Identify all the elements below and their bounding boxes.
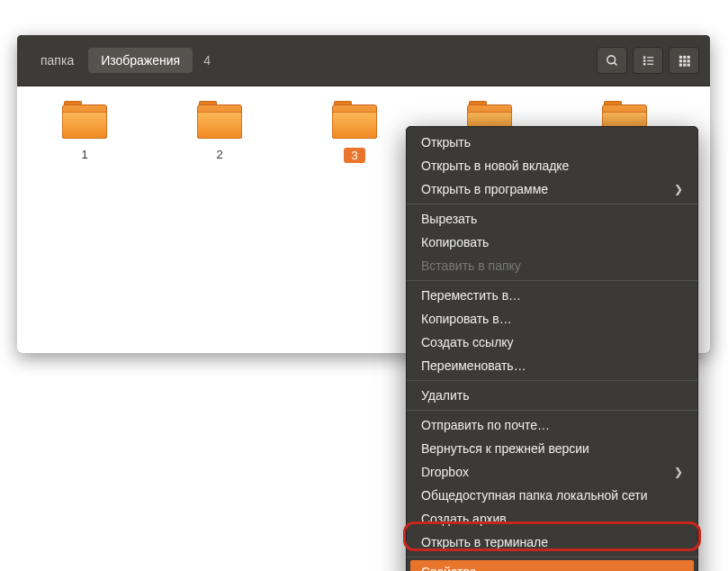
menu-separator xyxy=(407,204,697,204)
list-icon xyxy=(642,54,655,68)
svg-point-0 xyxy=(607,55,615,63)
svg-rect-8 xyxy=(679,55,681,58)
context-menu: Открыть Открыть в новой вкладке Открыть … xyxy=(406,126,698,571)
menu-create-link[interactable]: Создать ссылку xyxy=(407,331,697,354)
svg-rect-5 xyxy=(647,59,653,60)
svg-rect-9 xyxy=(683,55,686,58)
menu-copy[interactable]: Копировать xyxy=(407,231,697,254)
breadcrumb: папка Изображения xyxy=(28,48,194,73)
menu-rename[interactable]: Переименовать… xyxy=(407,354,697,377)
svg-rect-11 xyxy=(679,59,681,62)
menu-open-with[interactable]: Открыть в программе❯ xyxy=(407,177,697,201)
header-actions xyxy=(597,47,699,74)
menu-delete[interactable]: Удалить xyxy=(407,384,697,407)
path-extra: 4 xyxy=(203,53,211,68)
folder-item[interactable]: 1 xyxy=(44,104,125,163)
menu-separator xyxy=(407,557,697,557)
menu-copy-to[interactable]: Копировать в… xyxy=(407,307,697,331)
svg-rect-14 xyxy=(679,63,681,66)
menu-separator xyxy=(407,380,697,381)
folder-icon xyxy=(62,104,107,142)
svg-rect-3 xyxy=(647,57,653,58)
grid-icon xyxy=(678,54,691,68)
menu-revert[interactable]: Вернуться к прежней версии xyxy=(407,437,697,460)
folder-item-selected[interactable]: 3 xyxy=(314,104,395,163)
menu-separator xyxy=(407,410,697,411)
breadcrumb-prev[interactable]: папка xyxy=(28,48,86,73)
folder-item[interactable]: 2 xyxy=(179,104,260,163)
svg-line-1 xyxy=(614,62,616,65)
grid-view-button[interactable] xyxy=(669,47,699,74)
menu-paste-into: Вставить в папку xyxy=(407,254,697,277)
folder-label: 1 xyxy=(81,148,87,161)
svg-rect-15 xyxy=(683,63,686,66)
chevron-right-icon: ❯ xyxy=(674,183,683,195)
svg-rect-12 xyxy=(683,59,686,62)
search-button[interactable] xyxy=(597,47,627,74)
folder-label: 3 xyxy=(344,148,364,163)
menu-send-mail[interactable]: Отправить по почте… xyxy=(407,413,697,437)
folder-icon xyxy=(332,104,377,142)
svg-rect-4 xyxy=(643,59,645,62)
list-view-button[interactable] xyxy=(633,47,663,74)
menu-open[interactable]: Открыть xyxy=(407,131,697,154)
chevron-right-icon: ❯ xyxy=(674,466,683,478)
svg-rect-7 xyxy=(647,63,653,64)
menu-move-to[interactable]: Переместить в… xyxy=(407,284,697,307)
svg-rect-10 xyxy=(687,55,689,58)
svg-rect-16 xyxy=(687,63,689,66)
breadcrumb-current[interactable]: Изображения xyxy=(88,48,193,73)
svg-rect-6 xyxy=(643,63,645,66)
search-icon xyxy=(606,54,619,68)
menu-cut[interactable]: Вырезать xyxy=(407,207,697,231)
menu-create-archive[interactable]: Создать архив… xyxy=(407,507,697,530)
svg-rect-2 xyxy=(643,56,645,59)
menu-open-new-tab[interactable]: Открыть в новой вкладке xyxy=(407,154,697,177)
folder-label: 2 xyxy=(216,148,222,161)
menu-separator xyxy=(407,280,697,281)
menu-open-terminal[interactable]: Открыть в терминале xyxy=(407,530,697,554)
menu-dropbox[interactable]: Dropbox❯ xyxy=(407,460,697,484)
svg-rect-13 xyxy=(687,59,689,62)
header-bar: папка Изображения 4 xyxy=(17,35,710,86)
folder-icon xyxy=(197,104,242,142)
menu-lan-share[interactable]: Общедоступная папка локальной сети xyxy=(407,484,697,507)
menu-properties[interactable]: Свойства xyxy=(410,560,694,571)
